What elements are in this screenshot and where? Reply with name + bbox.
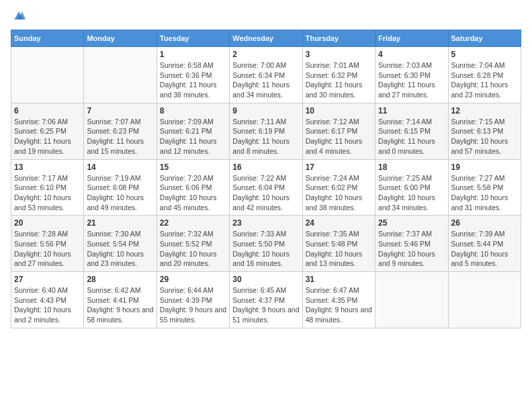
day-info: Sunrise: 7:35 AMSunset: 5:48 PMDaylight:…	[306, 229, 372, 269]
calendar-day-cell: 26Sunrise: 7:39 AMSunset: 5:44 PMDayligh…	[448, 216, 521, 272]
day-number: 1	[160, 50, 226, 59]
day-info: Sunrise: 7:14 AMSunset: 6:15 PMDaylight:…	[378, 117, 445, 156]
weekday-header-thursday: Thursday	[302, 30, 375, 47]
day-number: 31	[306, 275, 372, 284]
day-number: 15	[160, 163, 226, 172]
calendar-week-row: 27Sunrise: 6:40 AMSunset: 4:43 PMDayligh…	[11, 272, 521, 328]
calendar-day-cell: 3Sunrise: 7:01 AMSunset: 6:32 PMDaylight…	[302, 47, 375, 103]
day-number: 30	[232, 275, 299, 284]
calendar-day-cell: 8Sunrise: 7:09 AMSunset: 6:21 PMDaylight…	[157, 103, 229, 159]
day-info: Sunrise: 7:07 AMSunset: 6:23 PMDaylight:…	[87, 117, 153, 156]
day-info: Sunrise: 7:30 AMSunset: 5:54 PMDaylight:…	[87, 229, 153, 269]
day-info: Sunrise: 6:45 AMSunset: 4:37 PMDaylight:…	[232, 285, 299, 325]
day-number: 10	[306, 106, 372, 116]
calendar-day-cell: 22Sunrise: 7:32 AMSunset: 5:52 PMDayligh…	[157, 216, 229, 272]
day-number: 28	[87, 275, 153, 284]
day-info: Sunrise: 6:44 AMSunset: 4:39 PMDaylight:…	[160, 285, 226, 325]
day-info: Sunrise: 7:11 AMSunset: 6:19 PMDaylight:…	[232, 117, 299, 156]
calendar-day-cell: 18Sunrise: 7:25 AMSunset: 6:00 PMDayligh…	[375, 159, 448, 216]
calendar-day-cell	[84, 47, 157, 103]
calendar-day-cell: 11Sunrise: 7:14 AMSunset: 6:15 PMDayligh…	[375, 103, 448, 159]
calendar-day-cell: 14Sunrise: 7:19 AMSunset: 6:08 PMDayligh…	[84, 159, 157, 216]
day-info: Sunrise: 7:09 AMSunset: 6:21 PMDaylight:…	[160, 117, 226, 156]
calendar-day-cell: 12Sunrise: 7:15 AMSunset: 6:13 PMDayligh…	[448, 103, 521, 159]
calendar-day-cell: 7Sunrise: 7:07 AMSunset: 6:23 PMDaylight…	[84, 103, 157, 159]
calendar-day-cell: 28Sunrise: 6:42 AMSunset: 4:41 PMDayligh…	[84, 272, 157, 328]
day-info: Sunrise: 7:27 AMSunset: 5:58 PMDaylight:…	[451, 173, 518, 213]
day-info: Sunrise: 7:15 AMSunset: 6:13 PMDaylight:…	[451, 117, 518, 156]
day-number: 6	[14, 106, 81, 116]
calendar-week-row: 13Sunrise: 7:17 AMSunset: 6:10 PMDayligh…	[11, 159, 521, 216]
weekday-header-friday: Friday	[375, 30, 448, 47]
day-info: Sunrise: 7:39 AMSunset: 5:44 PMDaylight:…	[451, 229, 518, 269]
day-info: Sunrise: 7:28 AMSunset: 5:56 PMDaylight:…	[14, 229, 81, 269]
calendar-day-cell: 10Sunrise: 7:12 AMSunset: 6:17 PMDayligh…	[302, 103, 375, 159]
calendar-day-cell: 24Sunrise: 7:35 AMSunset: 5:48 PMDayligh…	[302, 216, 375, 272]
calendar-day-cell: 21Sunrise: 7:30 AMSunset: 5:54 PMDayligh…	[84, 216, 157, 272]
weekday-header-tuesday: Tuesday	[157, 30, 229, 47]
day-number: 12	[451, 106, 518, 116]
calendar-day-cell: 30Sunrise: 6:45 AMSunset: 4:37 PMDayligh…	[230, 272, 302, 328]
calendar-day-cell: 17Sunrise: 7:24 AMSunset: 6:02 PMDayligh…	[302, 159, 375, 216]
day-info: Sunrise: 7:32 AMSunset: 5:52 PMDaylight:…	[160, 229, 226, 269]
day-number: 16	[232, 163, 299, 172]
day-info: Sunrise: 7:20 AMSunset: 6:06 PMDaylight:…	[160, 173, 226, 213]
day-number: 17	[306, 163, 372, 172]
calendar-day-cell: 15Sunrise: 7:20 AMSunset: 6:06 PMDayligh…	[157, 159, 229, 216]
day-info: Sunrise: 6:42 AMSunset: 4:41 PMDaylight:…	[87, 285, 153, 325]
calendar-week-row: 20Sunrise: 7:28 AMSunset: 5:56 PMDayligh…	[11, 216, 521, 272]
day-number: 24	[306, 218, 372, 228]
day-info: Sunrise: 6:40 AMSunset: 4:43 PMDaylight:…	[14, 285, 81, 325]
weekday-header-sunday: Sunday	[11, 30, 84, 47]
day-info: Sunrise: 7:24 AMSunset: 6:02 PMDaylight:…	[306, 173, 372, 213]
logo-icon	[12, 9, 26, 23]
calendar-day-cell: 6Sunrise: 7:06 AMSunset: 6:25 PMDaylight…	[11, 103, 84, 159]
day-number: 8	[160, 106, 226, 116]
day-number: 18	[378, 163, 445, 172]
calendar-day-cell: 25Sunrise: 7:37 AMSunset: 5:46 PMDayligh…	[375, 216, 448, 272]
day-number: 26	[451, 218, 518, 228]
day-info: Sunrise: 7:04 AMSunset: 6:28 PMDaylight:…	[451, 60, 518, 100]
calendar-day-cell: 4Sunrise: 7:03 AMSunset: 6:30 PMDaylight…	[375, 47, 448, 103]
calendar-day-cell	[448, 272, 521, 328]
day-number: 27	[14, 275, 81, 284]
calendar-header-row: SundayMondayTuesdayWednesdayThursdayFrid…	[11, 30, 521, 47]
calendar-day-cell: 19Sunrise: 7:27 AMSunset: 5:58 PMDayligh…	[448, 159, 521, 216]
day-info: Sunrise: 7:37 AMSunset: 5:46 PMDaylight:…	[378, 229, 445, 269]
weekday-header-saturday: Saturday	[448, 30, 521, 47]
weekday-header-monday: Monday	[84, 30, 157, 47]
day-info: Sunrise: 7:22 AMSunset: 6:04 PMDaylight:…	[232, 173, 299, 213]
day-info: Sunrise: 6:47 AMSunset: 4:35 PMDaylight:…	[306, 285, 372, 325]
calendar-day-cell: 1Sunrise: 6:58 AMSunset: 6:36 PMDaylight…	[157, 47, 229, 103]
day-number: 11	[378, 106, 445, 116]
calendar-day-cell: 16Sunrise: 7:22 AMSunset: 6:04 PMDayligh…	[230, 159, 302, 216]
day-number: 21	[87, 218, 153, 228]
calendar-day-cell: 23Sunrise: 7:33 AMSunset: 5:50 PMDayligh…	[230, 216, 302, 272]
calendar-week-row: 1Sunrise: 6:58 AMSunset: 6:36 PMDaylight…	[11, 47, 521, 103]
day-info: Sunrise: 7:17 AMSunset: 6:10 PMDaylight:…	[14, 173, 81, 213]
day-number: 13	[14, 163, 81, 172]
day-info: Sunrise: 7:33 AMSunset: 5:50 PMDaylight:…	[232, 229, 299, 269]
calendar-day-cell: 13Sunrise: 7:17 AMSunset: 6:10 PMDayligh…	[11, 159, 84, 216]
calendar-day-cell: 9Sunrise: 7:11 AMSunset: 6:19 PMDaylight…	[230, 103, 302, 159]
calendar-day-cell: 31Sunrise: 6:47 AMSunset: 4:35 PMDayligh…	[302, 272, 375, 328]
calendar-day-cell: 29Sunrise: 6:44 AMSunset: 4:39 PMDayligh…	[157, 272, 229, 328]
calendar-day-cell: 20Sunrise: 7:28 AMSunset: 5:56 PMDayligh…	[11, 216, 84, 272]
day-number: 23	[232, 218, 299, 228]
logo	[11, 11, 26, 23]
day-number: 3	[306, 50, 372, 59]
calendar-day-cell: 27Sunrise: 6:40 AMSunset: 4:43 PMDayligh…	[11, 272, 84, 328]
day-info: Sunrise: 7:00 AMSunset: 6:34 PMDaylight:…	[232, 60, 299, 100]
day-info: Sunrise: 7:25 AMSunset: 6:00 PMDaylight:…	[378, 173, 445, 213]
calendar-table: SundayMondayTuesdayWednesdayThursdayFrid…	[11, 30, 521, 328]
day-number: 2	[232, 50, 299, 59]
day-info: Sunrise: 7:03 AMSunset: 6:30 PMDaylight:…	[378, 60, 445, 100]
day-info: Sunrise: 6:58 AMSunset: 6:36 PMDaylight:…	[160, 60, 226, 100]
day-number: 9	[232, 106, 299, 116]
calendar-day-cell	[375, 272, 448, 328]
day-number: 22	[160, 218, 226, 228]
day-number: 25	[378, 218, 445, 228]
day-number: 7	[87, 106, 153, 116]
page-header	[11, 11, 521, 23]
day-info: Sunrise: 7:01 AMSunset: 6:32 PMDaylight:…	[306, 60, 372, 100]
